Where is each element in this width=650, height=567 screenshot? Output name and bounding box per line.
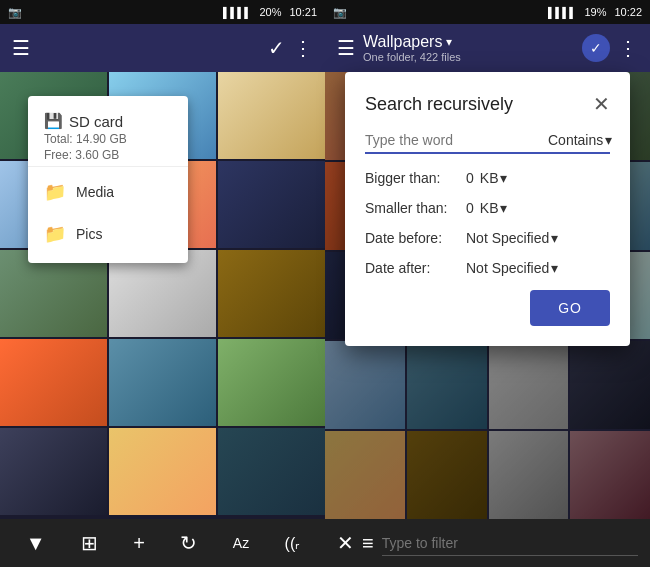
date-before-value: Not Specified: [466, 230, 549, 246]
photo-cell[interactable]: [325, 341, 405, 429]
photo-cell[interactable]: [218, 250, 325, 337]
dropdown-label-pics: Pics: [76, 226, 102, 242]
sdcard-total: Total: 14.90 GB: [44, 132, 172, 146]
photo-cell[interactable]: [489, 431, 569, 519]
bigger-than-chevron: ▾: [500, 170, 507, 186]
close-icon-bottom[interactable]: ✕: [337, 531, 354, 555]
photo-cell[interactable]: [0, 428, 107, 515]
bigger-than-unit-dropdown[interactable]: KB ▾: [480, 170, 508, 186]
photo-cell[interactable]: [218, 72, 325, 159]
photo-cell[interactable]: [407, 341, 487, 429]
contains-chevron: ▾: [605, 132, 612, 148]
add-icon[interactable]: +: [133, 532, 145, 555]
menu-icon-bottom[interactable]: ≡: [362, 532, 374, 555]
text-size-icon[interactable]: Az: [233, 535, 249, 551]
contains-label: Contains: [548, 132, 603, 148]
more-icon-left[interactable]: ⋮: [293, 36, 313, 60]
left-panel: 📷 ▌▌▌▌ 20% 10:21 ☰ ✓ ⋮ 💾 SD card Total: …: [0, 0, 325, 567]
smaller-than-label: Smaller than:: [365, 200, 460, 216]
dialog-title-row: Search recursively ✕: [365, 92, 610, 116]
search-row: Contains ▾: [365, 132, 610, 154]
photo-cell[interactable]: [218, 428, 325, 515]
close-button[interactable]: ✕: [593, 92, 610, 116]
photo-cell[interactable]: [489, 341, 569, 429]
folder-icon-pics: 📁: [44, 223, 66, 245]
hamburger-icon-left[interactable]: ☰: [12, 36, 30, 60]
left-battery: 20%: [259, 6, 281, 18]
go-row: GO: [365, 290, 610, 326]
smaller-than-value: 0: [466, 200, 474, 216]
date-after-chevron: ▾: [551, 260, 558, 276]
filter-icon[interactable]: ▼: [26, 532, 46, 555]
contains-dropdown[interactable]: Contains ▾: [548, 132, 612, 148]
folder-count: One folder, 422 files: [363, 51, 574, 63]
date-before-chevron: ▾: [551, 230, 558, 246]
toolbar-right: ☰ Wallpapers ▾ One folder, 422 files ✓ ⋮: [325, 24, 650, 72]
smaller-than-row: Smaller than: 0 KB ▾: [365, 200, 610, 216]
grid-icon[interactable]: ⊞: [81, 531, 98, 555]
bigger-than-label: Bigger than:: [365, 170, 460, 186]
dropdown-item-pics[interactable]: 📁 Pics: [28, 213, 188, 255]
dropdown-label-media: Media: [76, 184, 114, 200]
right-time: 10:22: [614, 6, 642, 18]
smaller-than-unit-label: KB: [480, 200, 499, 216]
photo-cell[interactable]: [570, 431, 650, 519]
title-block: Wallpapers ▾ One folder, 422 files: [363, 33, 574, 63]
search-input[interactable]: [365, 132, 540, 148]
sdcard-icon: 💾: [44, 112, 63, 130]
status-bar-left: 📷 ▌▌▌▌ 20% 10:21: [0, 0, 325, 24]
hamburger-icon-right[interactable]: ☰: [337, 36, 355, 60]
right-signal: ▌▌▌▌: [548, 7, 576, 18]
bottom-toolbar-right: ✕ ≡: [325, 519, 650, 567]
dropdown-item-media[interactable]: 📁 Media: [28, 171, 188, 213]
photo-cell[interactable]: [109, 428, 216, 515]
sdcard-title: SD card: [69, 113, 123, 130]
left-time: 10:21: [289, 6, 317, 18]
dropdown-header: 💾 SD card Total: 14.90 GB Free: 3.60 GB: [28, 104, 188, 167]
photo-cell[interactable]: [0, 339, 107, 426]
date-after-row: Date after: Not Specified ▾: [365, 260, 610, 276]
date-after-label: Date after:: [365, 260, 460, 276]
photo-cell[interactable]: [109, 339, 216, 426]
dropdown-menu: 💾 SD card Total: 14.90 GB Free: 3.60 GB …: [28, 96, 188, 263]
date-after-value: Not Specified: [466, 260, 549, 276]
check-icon-left[interactable]: ✓: [268, 36, 285, 60]
photo-cell[interactable]: [218, 339, 325, 426]
folder-icon-media: 📁: [44, 181, 66, 203]
photo-cell[interactable]: [109, 250, 216, 337]
left-status-icon: 📷: [8, 6, 22, 19]
more-icon-right[interactable]: ⋮: [618, 36, 638, 60]
dialog-title: Search recursively: [365, 94, 513, 115]
wallpapers-title: Wallpapers: [363, 33, 442, 51]
date-after-dropdown[interactable]: Not Specified ▾: [466, 260, 558, 276]
photo-cell[interactable]: [570, 341, 650, 429]
right-status-icon: 📷: [333, 6, 347, 19]
date-before-dropdown[interactable]: Not Specified ▾: [466, 230, 558, 246]
bottom-toolbar-left: ▼ ⊞ + ↻ Az ((ᵣ: [0, 519, 325, 567]
title-dropdown-icon[interactable]: ▾: [446, 35, 452, 49]
status-bar-right: 📷 ▌▌▌▌ 19% 10:22: [325, 0, 650, 24]
photo-cell[interactable]: [218, 161, 325, 248]
photo-cell[interactable]: [0, 250, 107, 337]
wifi-icon[interactable]: ((ᵣ: [285, 534, 300, 553]
toolbar-left: ☰ ✓ ⋮ 💾 SD card Total: 14.90 GB Free: 3.…: [0, 24, 325, 72]
date-before-label: Date before:: [365, 230, 460, 246]
photo-cell[interactable]: [407, 431, 487, 519]
search-dialog: Search recursively ✕ Contains ▾ Bigger t…: [345, 72, 630, 346]
smaller-than-chevron: ▾: [500, 200, 507, 216]
bigger-than-value: 0: [466, 170, 474, 186]
refresh-icon[interactable]: ↻: [180, 531, 197, 555]
date-before-row: Date before: Not Specified ▾: [365, 230, 610, 246]
smaller-than-unit-dropdown[interactable]: KB ▾: [480, 200, 508, 216]
right-battery: 19%: [584, 6, 606, 18]
left-signal: ▌▌▌▌: [223, 7, 251, 18]
sdcard-free: Free: 3.60 GB: [44, 148, 172, 162]
photo-cell[interactable]: [325, 431, 405, 519]
bigger-than-unit-label: KB: [480, 170, 499, 186]
filter-input-bottom[interactable]: [382, 531, 638, 556]
right-panel: 📷 ▌▌▌▌ 19% 10:22 ☰ Wallpapers ▾ One fold…: [325, 0, 650, 567]
bigger-than-row: Bigger than: 0 KB ▾: [365, 170, 610, 186]
go-button[interactable]: GO: [530, 290, 610, 326]
check-icon-right[interactable]: ✓: [582, 34, 610, 62]
